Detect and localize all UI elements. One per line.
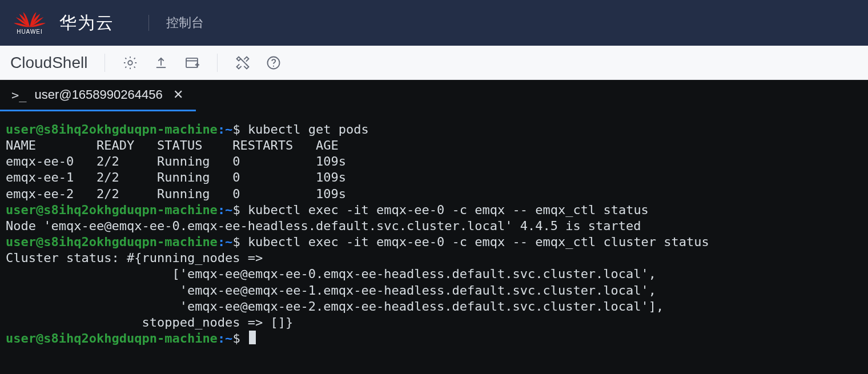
huawei-logo-text: HUAWEI xyxy=(17,29,43,35)
terminal-tabstrip: >_ user@1658990264456 ✕ xyxy=(0,80,868,111)
terminal-line: Cluster status: #{running_nodes => xyxy=(6,250,862,266)
help-icon[interactable] xyxy=(261,50,286,75)
toolbar-divider-2 xyxy=(217,54,218,72)
console-label[interactable]: 控制台 xyxy=(166,14,204,31)
terminal-line: 'emqx-ee@emqx-ee-1.emqx-ee-headless.defa… xyxy=(6,283,862,299)
svg-point-0 xyxy=(128,61,132,65)
toolbar-title: CloudShell xyxy=(10,54,87,72)
terminal-cursor xyxy=(249,331,256,344)
upload-icon[interactable] xyxy=(148,50,174,75)
terminal-line: user@s8ihq2okhgduqpn-machine:~$ kubectl … xyxy=(6,202,862,218)
cloudshell-toolbar: CloudShell xyxy=(0,46,868,80)
terminal-line: NAME READY STATUS RESTARTS AGE xyxy=(6,138,862,154)
huawei-logo[interactable]: HUAWEI xyxy=(13,11,47,35)
terminal-tab[interactable]: >_ user@1658990264456 ✕ xyxy=(0,80,196,111)
terminal-line: emqx-ee-0 2/2 Running 0 109s xyxy=(6,154,862,170)
terminal-line: user@s8ihq2okhgduqpn-machine:~$ kubectl … xyxy=(6,234,862,250)
tab-prompt-icon: >_ xyxy=(11,88,27,102)
terminal-line: Node 'emqx-ee@emqx-ee-0.emqx-ee-headless… xyxy=(6,218,862,234)
workspace: >_ user@1658990264456 ✕ user@s8ihq2okhgd… xyxy=(0,80,868,374)
terminal-pane[interactable]: user@s8ihq2okhgduqpn-machine:~$ kubectl … xyxy=(0,111,868,374)
global-header: HUAWEI 华为云 控制台 xyxy=(0,0,868,46)
terminal-line: 'emqx-ee@emqx-ee-2.emqx-ee-headless.defa… xyxy=(6,299,862,315)
tools-icon[interactable] xyxy=(230,50,255,75)
terminal-line: user@s8ihq2okhgduqpn-machine:~$ kubectl … xyxy=(6,122,862,138)
terminal-line: stopped_nodes => []} xyxy=(6,315,862,331)
brand-name[interactable]: 华为云 xyxy=(59,11,114,35)
terminal-line: user@s8ihq2okhgduqpn-machine:~$ xyxy=(6,331,862,347)
header-divider xyxy=(148,15,149,31)
svg-point-6 xyxy=(273,65,274,66)
tab-title: user@1658990264456 xyxy=(35,87,163,102)
svg-rect-1 xyxy=(187,58,198,67)
new-tab-icon[interactable] xyxy=(179,50,204,75)
gear-icon[interactable] xyxy=(118,50,143,75)
toolbar-divider xyxy=(105,54,105,72)
terminal-line: emqx-ee-1 2/2 Running 0 109s xyxy=(6,170,862,186)
huawei-petal-icon xyxy=(13,11,46,28)
close-icon[interactable]: ✕ xyxy=(171,87,186,102)
terminal-line: ['emqx-ee@emqx-ee-0.emqx-ee-headless.def… xyxy=(6,266,862,282)
terminal-line: emqx-ee-2 2/2 Running 0 109s xyxy=(6,186,862,202)
